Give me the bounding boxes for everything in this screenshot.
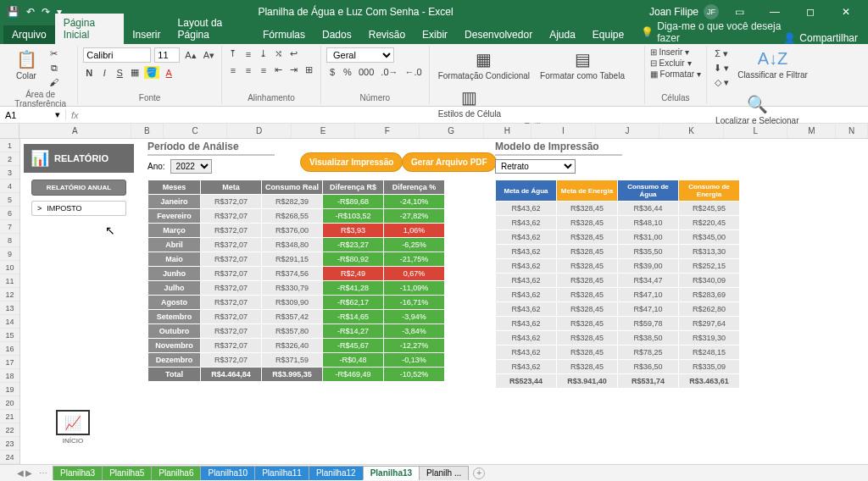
col-header-M[interactable]: M <box>787 124 836 138</box>
col-header-L[interactable]: L <box>724 124 788 138</box>
bold-icon[interactable]: N <box>83 67 95 79</box>
row-header-5[interactable]: 5 <box>0 193 19 207</box>
gerar-pdf-button[interactable]: Gerar Arquivo PDF <box>402 152 497 172</box>
decrease-indent-icon[interactable]: ⇤ <box>273 64 285 76</box>
ribbon-tab-revisão[interactable]: Revisão <box>360 25 414 44</box>
close-icon[interactable]: ✕ <box>831 6 861 18</box>
chevron-down-icon[interactable]: ▾ <box>55 109 60 120</box>
sheet-tab-Planilha11[interactable]: Planilha11 <box>254 466 309 480</box>
ribbon-options-icon[interactable]: ▭ <box>724 6 754 18</box>
font-color-icon[interactable]: A <box>163 67 175 79</box>
percent-icon[interactable]: % <box>342 66 353 78</box>
add-sheet-icon[interactable]: + <box>473 467 485 479</box>
name-box[interactable]: A1 ▾ <box>0 109 66 120</box>
sheet-tab-Planilha12[interactable]: Planilha12 <box>309 466 364 480</box>
row-header-21[interactable]: 21 <box>0 410 19 423</box>
ribbon-tab-inserir[interactable]: Inserir <box>124 25 169 44</box>
row-header-16[interactable]: 16 <box>0 342 19 356</box>
align-top-icon[interactable]: ⤒ <box>227 47 239 60</box>
ribbon-tab-desenvolvedor[interactable]: Desenvolvedor <box>456 25 541 44</box>
tell-me[interactable]: 💡 Diga-me o que você deseja fazer <box>641 20 783 44</box>
col-header-F[interactable]: F <box>355 124 420 138</box>
col-header-N[interactable]: N <box>836 124 868 138</box>
merge-icon[interactable]: ⊞ <box>303 64 315 76</box>
share-button[interactable]: 👤 Compartilhar <box>783 32 858 44</box>
row-header-4[interactable]: 4 <box>0 180 19 193</box>
tab-nav-first-icon[interactable]: ◀ <box>17 468 24 478</box>
annual-report-button[interactable]: RELATÓRIO ANUAL <box>31 180 126 196</box>
currency-icon[interactable]: $ <box>326 66 338 78</box>
row-header-20[interactable]: 20 <box>0 396 19 410</box>
format-cells-button[interactable]: ▦ Formatar ▾ <box>650 69 702 79</box>
align-center-icon[interactable]: ≡ <box>242 64 254 76</box>
row-header-6[interactable]: 6 <box>0 207 19 220</box>
number-format-select[interactable]: Geral <box>326 47 394 63</box>
comma-icon[interactable]: 000 <box>357 66 376 78</box>
save-icon[interactable]: 💾 <box>7 6 19 18</box>
row-header-19[interactable]: 19 <box>0 383 19 396</box>
autosum-icon[interactable]: Σ ▾ <box>712 47 731 60</box>
font-size-input[interactable] <box>154 47 180 63</box>
ribbon-tab-dados[interactable]: Dados <box>314 25 360 44</box>
col-header-G[interactable]: G <box>420 124 484 138</box>
sheet-tab-Planilha10[interactable]: Planilha10 <box>200 466 255 480</box>
decrease-font-icon[interactable]: A▾ <box>202 49 216 62</box>
ribbon-tab-fórmulas[interactable]: Fórmulas <box>254 25 314 44</box>
row-header-24[interactable]: 24 <box>0 451 19 464</box>
copy-icon[interactable]: ⧉ <box>47 62 60 75</box>
row-header-10[interactable]: 10 <box>0 261 19 274</box>
select-all-corner[interactable] <box>0 124 19 138</box>
minimize-icon[interactable]: — <box>760 6 790 18</box>
user-name[interactable]: Joan Filipe <box>649 6 698 18</box>
row-header-15[interactable]: 15 <box>0 329 19 342</box>
col-header-K[interactable]: K <box>659 124 724 138</box>
ribbon-tab-exibir[interactable]: Exibir <box>414 25 456 44</box>
row-header-7[interactable]: 7 <box>0 220 19 234</box>
sheet-tab-Planilh ...[interactable]: Planilh ... <box>419 466 469 480</box>
ribbon-tab-ajuda[interactable]: Ajuda <box>541 25 584 44</box>
redo-icon[interactable]: ↷ <box>42 6 50 18</box>
row-header-22[interactable]: 22 <box>0 423 19 437</box>
ribbon-tab-arquivo[interactable]: Arquivo <box>3 25 55 44</box>
tab-overflow-icon[interactable]: ⋯ <box>39 468 47 478</box>
row-header-14[interactable]: 14 <box>0 315 19 329</box>
format-as-table-button[interactable]: ▤Formatar como Tabela <box>537 47 628 82</box>
tab-nav-last-icon[interactable]: ▶ <box>25 468 32 478</box>
user-avatar[interactable]: JF <box>704 4 719 19</box>
row-header-17[interactable]: 17 <box>0 356 19 369</box>
decrease-decimal-icon[interactable]: ←.0 <box>403 66 424 78</box>
sheet-tab-Planilha5[interactable]: Planilha5 <box>102 466 152 480</box>
row-header-9[interactable]: 9 <box>0 247 19 261</box>
ribbon-tab-layout-da-página[interactable]: Layout da Página <box>170 14 254 44</box>
format-painter-icon[interactable]: 🖌 <box>47 76 60 88</box>
cut-icon[interactable]: ✂ <box>47 47 60 60</box>
increase-indent-icon[interactable]: ⇥ <box>288 64 300 76</box>
delete-cells-button[interactable]: ⊟ Excluir ▾ <box>650 58 702 68</box>
col-header-D[interactable]: D <box>227 124 292 138</box>
sheet-tab-Planilha6[interactable]: Planilha6 <box>151 466 201 480</box>
row-header-3[interactable]: 3 <box>0 166 19 180</box>
inicio-button[interactable]: 📈 INÍCIO <box>56 410 90 445</box>
col-header-A[interactable]: A <box>19 124 131 138</box>
row-header-1[interactable]: 1 <box>0 139 19 152</box>
col-header-B[interactable]: B <box>131 124 164 138</box>
increase-font-icon[interactable]: A▴ <box>183 49 198 62</box>
worksheet-area[interactable]: ABCDEFGHIJKLMN 1234567891011121314151617… <box>0 124 868 464</box>
paste-button[interactable]: 📋 Colar <box>8 47 44 82</box>
increase-decimal-icon[interactable]: .0→ <box>379 66 399 78</box>
modelo-select[interactable]: Retrato <box>495 159 576 174</box>
ano-select[interactable]: 2022 <box>170 159 212 174</box>
ribbon-tab-página-inicial[interactable]: Página Inicial <box>55 14 125 44</box>
font-name-input[interactable] <box>83 47 151 63</box>
col-header-I[interactable]: I <box>531 124 596 138</box>
align-bottom-icon[interactable]: ⤓ <box>258 47 270 60</box>
conditional-formatting-button[interactable]: ▦Formatação Condicional <box>435 47 533 82</box>
italic-icon[interactable]: I <box>98 67 110 79</box>
col-header-C[interactable]: C <box>164 124 228 138</box>
align-left-icon[interactable]: ≡ <box>227 64 239 76</box>
row-header-23[interactable]: 23 <box>0 437 19 451</box>
undo-icon[interactable]: ↶ <box>26 6 35 18</box>
sheet-tab-Planilha3[interactable]: Planilha3 <box>53 466 103 480</box>
visualizar-button[interactable]: Visualizar Impressão <box>300 152 403 172</box>
sort-filter-button[interactable]: A↓ZClassificar e Filtrar <box>734 47 811 81</box>
